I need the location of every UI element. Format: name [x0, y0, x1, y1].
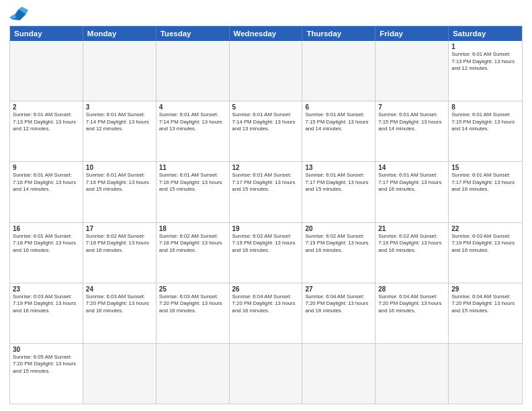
calendar-cell: 5Sunrise: 6:01 AM Sunset: 7:14 PM Daylig…	[230, 101, 303, 161]
cell-sun-info: Sunrise: 6:01 AM Sunset: 7:13 PM Dayligh…	[13, 111, 80, 133]
calendar-cell: 20Sunrise: 6:02 AM Sunset: 7:19 PM Dayli…	[302, 223, 375, 283]
cell-sun-info: Sunrise: 6:03 AM Sunset: 7:19 PM Dayligh…	[451, 233, 519, 255]
weekday-header: Wednesday	[230, 26, 303, 41]
cell-date-number: 13	[305, 164, 372, 171]
calendar-cell: 14Sunrise: 6:01 AM Sunset: 7:17 PM Dayli…	[375, 162, 449, 222]
cell-date-number: 18	[159, 225, 226, 232]
calendar-row: 16Sunrise: 6:01 AM Sunset: 7:18 PM Dayli…	[10, 222, 522, 283]
cell-sun-info: Sunrise: 6:03 AM Sunset: 7:20 PM Dayligh…	[86, 293, 153, 315]
cell-date-number: 15	[451, 164, 519, 171]
weekday-header: Thursday	[302, 26, 375, 41]
calendar-cell: 18Sunrise: 6:02 AM Sunset: 7:18 PM Dayli…	[157, 223, 230, 283]
cell-sun-info: Sunrise: 6:01 AM Sunset: 7:16 PM Dayligh…	[86, 172, 153, 193]
cell-sun-info: Sunrise: 6:04 AM Sunset: 7:20 PM Dayligh…	[305, 293, 372, 315]
cell-date-number: 16	[13, 225, 80, 232]
calendar-cell	[230, 41, 303, 101]
cell-sun-info: Sunrise: 6:01 AM Sunset: 7:17 PM Dayligh…	[232, 172, 300, 193]
cell-sun-info: Sunrise: 6:01 AM Sunset: 7:16 PM Dayligh…	[13, 172, 80, 193]
calendar-row: 1Sunrise: 6:01 AM Sunset: 7:13 PM Daylig…	[10, 41, 522, 101]
cell-sun-info: Sunrise: 6:02 AM Sunset: 7:18 PM Dayligh…	[159, 233, 226, 255]
calendar-cell: 4Sunrise: 6:01 AM Sunset: 7:14 PM Daylig…	[157, 101, 230, 161]
cell-sun-info: Sunrise: 6:02 AM Sunset: 7:19 PM Dayligh…	[378, 233, 445, 255]
calendar-cell: 2Sunrise: 6:01 AM Sunset: 7:13 PM Daylig…	[10, 101, 83, 161]
cell-sun-info: Sunrise: 6:04 AM Sunset: 7:20 PM Dayligh…	[232, 293, 300, 315]
calendar-cell: 10Sunrise: 6:01 AM Sunset: 7:16 PM Dayli…	[83, 162, 157, 222]
cell-date-number: 2	[13, 103, 80, 111]
calendar-cell: 13Sunrise: 6:01 AM Sunset: 7:17 PM Dayli…	[302, 162, 375, 222]
cell-sun-info: Sunrise: 6:01 AM Sunset: 7:14 PM Dayligh…	[159, 111, 226, 133]
calendar-cell: 26Sunrise: 6:04 AM Sunset: 7:20 PM Dayli…	[230, 283, 303, 343]
cell-sun-info: Sunrise: 6:03 AM Sunset: 7:20 PM Dayligh…	[159, 293, 226, 315]
cell-sun-info: Sunrise: 6:05 AM Sunset: 7:20 PM Dayligh…	[13, 354, 80, 375]
calendar-cell	[83, 41, 157, 101]
cell-date-number: 30	[13, 346, 80, 353]
cell-sun-info: Sunrise: 6:01 AM Sunset: 7:14 PM Dayligh…	[86, 111, 153, 133]
cell-date-number: 6	[305, 103, 372, 111]
cell-sun-info: Sunrise: 6:01 AM Sunset: 7:15 PM Dayligh…	[378, 111, 445, 133]
logo	[9, 7, 31, 21]
cell-date-number: 17	[86, 225, 153, 232]
calendar-cell	[449, 344, 522, 404]
calendar-cell: 30Sunrise: 6:05 AM Sunset: 7:20 PM Dayli…	[10, 344, 83, 404]
cell-date-number: 29	[451, 285, 519, 293]
cell-sun-info: Sunrise: 6:04 AM Sunset: 7:20 PM Dayligh…	[378, 293, 445, 315]
calendar-cell	[375, 344, 449, 404]
calendar-cell: 3Sunrise: 6:01 AM Sunset: 7:14 PM Daylig…	[83, 101, 157, 161]
cell-date-number: 19	[232, 225, 300, 232]
cell-date-number: 7	[378, 103, 445, 111]
calendar-cell: 16Sunrise: 6:01 AM Sunset: 7:18 PM Dayli…	[10, 223, 83, 283]
cell-date-number: 12	[232, 164, 300, 171]
cell-sun-info: Sunrise: 6:01 AM Sunset: 7:17 PM Dayligh…	[305, 172, 372, 193]
cell-date-number: 21	[378, 225, 445, 232]
cell-date-number: 9	[13, 164, 80, 171]
cell-date-number: 4	[159, 103, 226, 111]
weekday-header: Sunday	[10, 26, 83, 41]
calendar-cell: 25Sunrise: 6:03 AM Sunset: 7:20 PM Dayli…	[157, 283, 230, 343]
cell-date-number: 10	[86, 164, 153, 171]
calendar-cell: 29Sunrise: 6:04 AM Sunset: 7:20 PM Dayli…	[449, 283, 522, 343]
generalblue-logo-icon	[9, 7, 28, 21]
weekday-header: Saturday	[449, 26, 522, 41]
weekday-header: Tuesday	[157, 26, 230, 41]
cell-sun-info: Sunrise: 6:02 AM Sunset: 7:19 PM Dayligh…	[305, 233, 372, 255]
page: SundayMondayTuesdayWednesdayThursdayFrid…	[0, 0, 532, 411]
cell-date-number: 5	[232, 103, 300, 111]
cell-date-number: 22	[451, 225, 519, 232]
header	[9, 7, 523, 21]
cell-sun-info: Sunrise: 6:02 AM Sunset: 7:18 PM Dayligh…	[86, 233, 153, 255]
calendar-cell: 9Sunrise: 6:01 AM Sunset: 7:16 PM Daylig…	[10, 162, 83, 222]
cell-date-number: 26	[232, 285, 300, 293]
calendar-cell	[83, 344, 157, 404]
calendar-row: 2Sunrise: 6:01 AM Sunset: 7:13 PM Daylig…	[10, 101, 522, 161]
cell-date-number: 20	[305, 225, 372, 232]
calendar-row: 30Sunrise: 6:05 AM Sunset: 7:20 PM Dayli…	[10, 343, 522, 404]
calendar-cell: 11Sunrise: 6:01 AM Sunset: 7:16 PM Dayli…	[157, 162, 230, 222]
cell-sun-info: Sunrise: 6:01 AM Sunset: 7:15 PM Dayligh…	[305, 111, 372, 133]
calendar-cell: 7Sunrise: 6:01 AM Sunset: 7:15 PM Daylig…	[375, 101, 449, 161]
calendar-cell: 17Sunrise: 6:02 AM Sunset: 7:18 PM Dayli…	[83, 223, 157, 283]
calendar-cell: 15Sunrise: 6:01 AM Sunset: 7:17 PM Dayli…	[449, 162, 522, 222]
cell-sun-info: Sunrise: 6:01 AM Sunset: 7:17 PM Dayligh…	[451, 172, 519, 193]
calendar-cell: 8Sunrise: 6:01 AM Sunset: 7:15 PM Daylig…	[449, 101, 522, 161]
calendar-cell	[157, 41, 230, 101]
cell-sun-info: Sunrise: 6:01 AM Sunset: 7:15 PM Dayligh…	[451, 111, 519, 133]
weekday-header: Monday	[83, 26, 157, 41]
cell-date-number: 1	[451, 43, 519, 50]
cell-date-number: 14	[378, 164, 445, 171]
calendar-cell	[302, 41, 375, 101]
cell-sun-info: Sunrise: 6:04 AM Sunset: 7:20 PM Dayligh…	[451, 293, 519, 315]
weekday-header: Friday	[375, 26, 449, 41]
calendar-cell: 19Sunrise: 6:02 AM Sunset: 7:19 PM Dayli…	[230, 223, 303, 283]
calendar: SundayMondayTuesdayWednesdayThursdayFrid…	[9, 26, 523, 404]
calendar-row: 23Sunrise: 6:03 AM Sunset: 7:19 PM Dayli…	[10, 283, 522, 343]
calendar-cell	[302, 344, 375, 404]
cell-sun-info: Sunrise: 6:02 AM Sunset: 7:19 PM Dayligh…	[232, 233, 300, 255]
cell-sun-info: Sunrise: 6:03 AM Sunset: 7:19 PM Dayligh…	[13, 293, 80, 315]
calendar-cell: 28Sunrise: 6:04 AM Sunset: 7:20 PM Dayli…	[375, 283, 449, 343]
calendar-cell: 21Sunrise: 6:02 AM Sunset: 7:19 PM Dayli…	[375, 223, 449, 283]
calendar-cell: 22Sunrise: 6:03 AM Sunset: 7:19 PM Dayli…	[449, 223, 522, 283]
cell-date-number: 3	[86, 103, 153, 111]
calendar-cell: 6Sunrise: 6:01 AM Sunset: 7:15 PM Daylig…	[302, 101, 375, 161]
cell-sun-info: Sunrise: 6:01 AM Sunset: 7:17 PM Dayligh…	[378, 172, 445, 193]
calendar-cell	[375, 41, 449, 101]
